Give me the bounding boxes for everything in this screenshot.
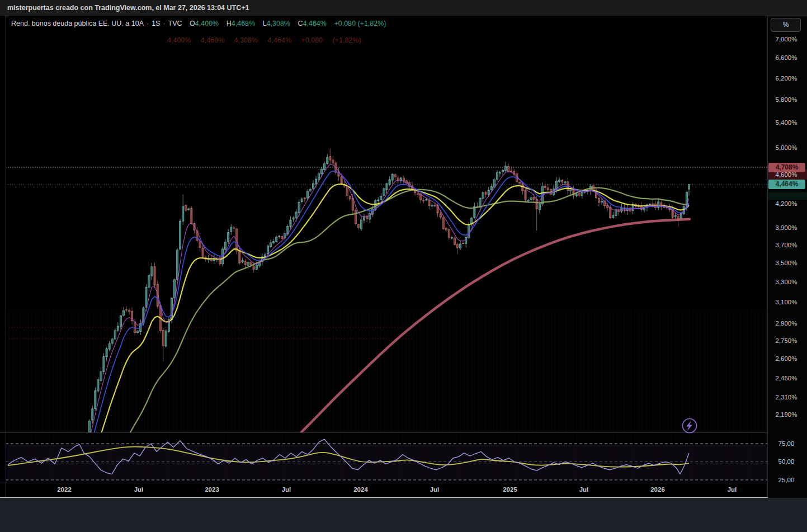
interval-label[interactable]: 1S — [152, 20, 160, 27]
open-label: O — [190, 20, 195, 27]
price-tick: 3,100% — [768, 298, 805, 307]
percent-scale-button[interactable]: % — [771, 18, 801, 32]
bottom-brand-bar: TradingView — [0, 498, 807, 532]
price-tick: 6,200% — [768, 74, 805, 83]
time-label: Jul — [282, 486, 291, 493]
rsi-tick: 50,00 — [768, 458, 805, 466]
price-tick: 2,450% — [768, 374, 805, 383]
time-label: 2023 — [205, 486, 219, 493]
time-axis[interactable]: 2022Jul2023Jul2024Jul2025Jul2026Jul — [6, 483, 767, 497]
change-value: +0,080 (+1,82%) — [334, 20, 386, 27]
price-tick: 3,300% — [768, 278, 805, 286]
price-tick: 5,800% — [768, 96, 805, 104]
rsi-tick: 25,00 — [768, 476, 805, 484]
price-tick: 2,600% — [768, 355, 805, 363]
time-label: Jul — [728, 486, 737, 493]
exchange-label[interactable]: TVC — [168, 20, 182, 27]
time-label: 2022 — [57, 486, 72, 493]
price-tick: 2,900% — [768, 319, 805, 328]
price-tick: 5,400% — [768, 119, 805, 127]
long-ma-line — [301, 219, 690, 433]
price-level-lines — [6, 167, 767, 185]
ghost-axis-band — [768, 192, 807, 200]
candlestick-series — [80, 149, 690, 454]
ghost-legend-row: 4,400% 4,468% 4,308% 4,464% +0,080 (+1,8… — [167, 36, 361, 44]
price-tick: 3,900% — [768, 224, 805, 232]
close-value: 4,464% — [303, 20, 327, 27]
high-label: H — [226, 20, 232, 27]
symbol-legend[interactable]: Rend. bonos deuda pública EE. UU. a 10A·… — [11, 20, 386, 27]
price-tick: 3,500% — [768, 259, 805, 267]
alert-price-label[interactable]: 4,708% — [768, 163, 805, 172]
low-label: L — [263, 20, 267, 27]
price-tick: 5,000% — [768, 144, 805, 152]
flash-icon[interactable] — [683, 419, 697, 433]
low-value: 4,308% — [267, 20, 290, 27]
rsi-pane-series — [6, 439, 767, 480]
tradingview-snapshot: misterpuertas creado con TradingView.com… — [0, 0, 807, 532]
price-tick: 2,750% — [768, 337, 805, 345]
price-tick: 2,190% — [768, 411, 805, 419]
last-price-label: 4,464% — [768, 180, 805, 189]
close-label: C — [298, 20, 303, 27]
price-tick: 6,600% — [768, 54, 805, 62]
high-value: 4,468% — [232, 20, 255, 27]
symbol-title[interactable]: Rend. bonos deuda pública EE. UU. a 10A — [11, 20, 144, 27]
open-value: 4,400% — [195, 20, 219, 27]
price-tick: 2,310% — [768, 393, 805, 402]
time-label: 2025 — [503, 486, 517, 493]
main-chart[interactable] — [0, 0, 807, 532]
time-label: Jul — [430, 486, 440, 493]
price-tick: 7,000% — [768, 35, 805, 44]
time-label: 2026 — [650, 486, 665, 493]
ghost-alert-lines — [6, 327, 412, 338]
rsi-tick: 75,00 — [768, 440, 805, 448]
price-tick: 4,200% — [768, 200, 805, 208]
time-label: Jul — [579, 486, 589, 493]
time-label: Jul — [134, 486, 144, 493]
price-tick: 3,700% — [768, 241, 805, 249]
price-axis-panel[interactable]: % 7,000%6,600%6,200%5,800%5,400%5,000%4,… — [768, 16, 807, 498]
time-label: 2024 — [353, 486, 368, 493]
pane-frame-lines — [0, 16, 807, 498]
